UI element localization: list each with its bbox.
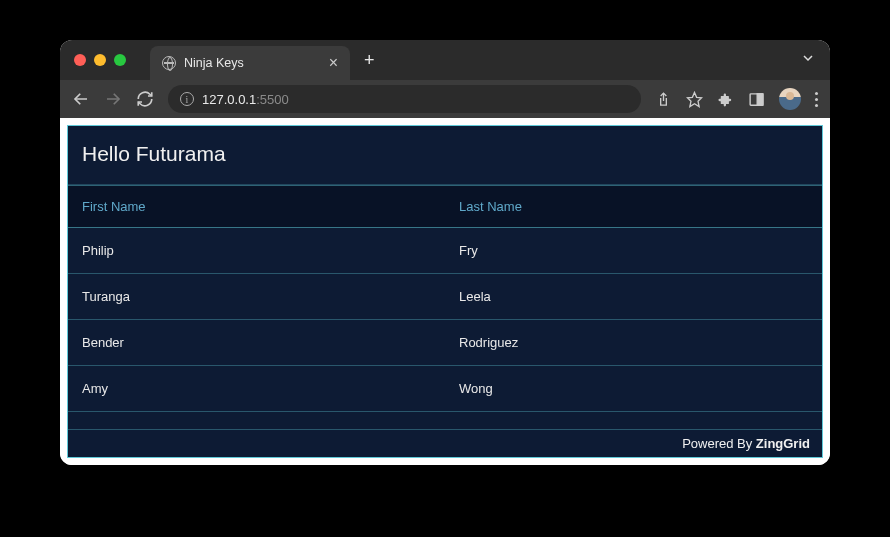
kebab-menu-icon[interactable]	[815, 92, 818, 107]
grid-footer: Powered By ZingGrid	[68, 429, 822, 457]
column-header-first-name[interactable]: First Name	[68, 186, 445, 227]
extensions-icon[interactable]	[717, 91, 734, 108]
cell-first-name: Turanga	[68, 274, 445, 319]
url-port: :5500	[256, 92, 289, 107]
svg-marker-2	[687, 92, 701, 106]
cell-first-name: Bender	[68, 320, 445, 365]
toolbar: i 127.0.0.1:5500	[60, 80, 830, 118]
address-bar[interactable]: i 127.0.0.1:5500	[168, 85, 641, 113]
back-button[interactable]	[72, 90, 90, 108]
table-row[interactable]: Amy Wong	[68, 366, 822, 412]
data-grid: Hello Futurama First Name Last Name Phil…	[67, 125, 823, 458]
globe-icon	[162, 56, 176, 70]
browser-window: Ninja Keys × + i 127.0.0.1:5500	[60, 40, 830, 465]
forward-button[interactable]	[104, 90, 122, 108]
chevron-down-icon[interactable]	[800, 50, 816, 70]
cell-last-name: Wong	[445, 366, 822, 411]
cell-last-name: Fry	[445, 228, 822, 273]
share-icon[interactable]	[655, 91, 672, 108]
grid-header: First Name Last Name	[68, 185, 822, 228]
table-row[interactable]: Philip Fry	[68, 228, 822, 274]
footer-brand[interactable]: ZingGrid	[756, 436, 810, 451]
footer-text: Powered By	[682, 436, 756, 451]
svg-rect-4	[757, 93, 763, 104]
toolbar-right	[655, 88, 818, 110]
table-row[interactable]: Bender Rodriguez	[68, 320, 822, 366]
cell-last-name: Leela	[445, 274, 822, 319]
window-maximize-button[interactable]	[114, 54, 126, 66]
column-header-last-name[interactable]: Last Name	[445, 186, 822, 227]
cell-last-name: Rodriguez	[445, 320, 822, 365]
titlebar: Ninja Keys × +	[60, 40, 830, 80]
new-tab-button[interactable]: +	[364, 50, 375, 71]
close-icon[interactable]: ×	[329, 55, 338, 71]
panel-icon[interactable]	[748, 91, 765, 108]
grid-body: Philip Fry Turanga Leela Bender Rodrigue…	[68, 228, 822, 429]
tab-title: Ninja Keys	[184, 56, 321, 70]
url-host: 127.0.0.1	[202, 92, 256, 107]
site-info-icon[interactable]: i	[180, 92, 194, 106]
table-row[interactable]: Turanga Leela	[68, 274, 822, 320]
page-content: Hello Futurama First Name Last Name Phil…	[60, 118, 830, 465]
window-minimize-button[interactable]	[94, 54, 106, 66]
window-close-button[interactable]	[74, 54, 86, 66]
cell-first-name: Amy	[68, 366, 445, 411]
cell-first-name: Philip	[68, 228, 445, 273]
star-icon[interactable]	[686, 91, 703, 108]
profile-avatar[interactable]	[779, 88, 801, 110]
grid-caption: Hello Futurama	[68, 126, 822, 185]
window-controls	[74, 54, 126, 66]
reload-button[interactable]	[136, 90, 154, 108]
browser-tab[interactable]: Ninja Keys ×	[150, 46, 350, 80]
